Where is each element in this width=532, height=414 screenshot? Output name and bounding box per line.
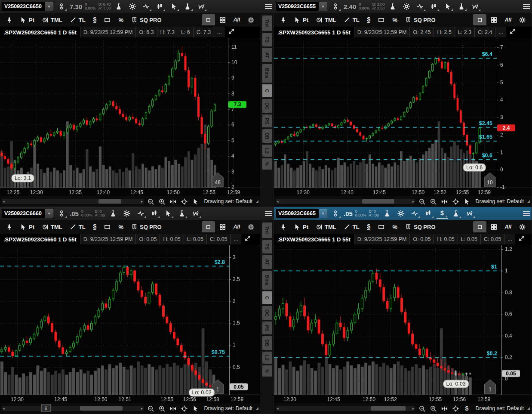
price-level-tool-button[interactable]: $	[90, 221, 100, 232]
timeline-tool-button[interactable]: TML	[313, 14, 340, 25]
chart-style-candles-icon[interactable]	[149, 208, 160, 219]
pin-button[interactable]	[3, 14, 16, 25]
tab-ts[interactable]: TS	[262, 33, 272, 46]
horizontal-expand-icon[interactable]	[440, 197, 449, 206]
corner-resize-handle[interactable]	[527, 200, 530, 203]
chart-scrollbar[interactable]: ◂▸⊼	[2, 406, 144, 411]
horizontal-expand-icon[interactable]	[169, 404, 177, 413]
tab-ts[interactable]: TS	[262, 240, 272, 253]
link-icon[interactable]	[56, 208, 67, 219]
drawing-set-label[interactable]: Drawing set: Default	[475, 405, 524, 411]
zoom-out-icon[interactable]	[418, 197, 426, 206]
all-button[interactable]: All	[501, 14, 515, 25]
tab-btns[interactable]: Btns	[262, 271, 272, 290]
trendline-tool-button[interactable]: TL	[341, 14, 363, 25]
zoom-out-icon[interactable]	[146, 404, 155, 413]
symbol-dropdown-button[interactable]: ▾	[45, 209, 53, 218]
analyze-flask-icon[interactable]	[113, 1, 124, 12]
tab-oc[interactable]: OC	[262, 99, 272, 113]
single-chart-button[interactable]	[473, 221, 486, 232]
drawings-flask-icon[interactable]	[176, 208, 188, 219]
grid-layout-button[interactable]	[216, 221, 229, 232]
cursor-mode-icon[interactable]	[191, 197, 200, 206]
percent-tool-button[interactable]: %	[115, 14, 127, 25]
single-chart-button[interactable]	[202, 14, 215, 25]
cursor-mode-icon[interactable]	[462, 197, 471, 206]
pointer-tool-button[interactable]: Pt	[17, 14, 38, 25]
toolbar-gear-button[interactable]	[516, 14, 529, 25]
rectangle-tool-button[interactable]	[101, 14, 114, 25]
tab-c[interactable]: C	[262, 291, 272, 304]
analyze-flask-icon[interactable]	[108, 208, 119, 219]
dollar-tool-icon[interactable]: $	[437, 208, 448, 219]
analyze-flask-icon[interactable]	[387, 1, 398, 12]
pointer-tool-button[interactable]: Pt	[291, 221, 312, 232]
rectangle-tool-button[interactable]	[101, 221, 114, 232]
pattern-w-icon[interactable]	[470, 1, 481, 12]
zoom-out-icon[interactable]	[418, 404, 426, 413]
grid-layout-button[interactable]	[216, 14, 229, 25]
pattern-w-icon[interactable]	[196, 1, 207, 12]
zoom-in-icon[interactable]	[429, 404, 437, 413]
auto-scale-icon[interactable]	[518, 235, 526, 244]
panel-menu-icon[interactable]	[265, 4, 272, 9]
rectangle-tool-button[interactable]	[375, 14, 388, 25]
chart-scrollbar[interactable]: ◂▸	[276, 199, 415, 204]
symbol-dropdown-button[interactable]: ▾	[319, 2, 327, 11]
symbol-dropdown-button[interactable]: ▾	[319, 209, 327, 218]
tab-oc[interactable]: OC	[262, 306, 272, 320]
toolbar-gear-button[interactable]	[244, 221, 258, 232]
symbol-input[interactable]	[276, 2, 319, 11]
more-box[interactable]: ...	[504, 234, 515, 244]
rectangle-tool-button[interactable]	[375, 221, 388, 232]
cursor-tool-icon[interactable]	[163, 208, 174, 219]
all-button[interactable]: All	[230, 14, 243, 25]
percent-tool-button[interactable]: %	[389, 221, 401, 232]
toolbar-gear-button[interactable]	[516, 221, 529, 232]
price-level-tool-button[interactable]: $	[364, 14, 374, 25]
sqpro-button[interactable]: SQ PRO	[128, 221, 165, 232]
tab-at[interactable]: AT	[262, 48, 272, 62]
sqpro-button[interactable]: SQ PRO	[128, 14, 165, 25]
all-button[interactable]: All	[501, 221, 515, 232]
corner-resize-handle[interactable]	[527, 407, 530, 410]
tab-at[interactable]: AT	[262, 255, 272, 269]
tab-db[interactable]: DB	[262, 336, 272, 350]
tab-ps[interactable]: PS	[262, 114, 272, 127]
panel-menu-icon[interactable]	[523, 211, 530, 216]
grid-layout-button[interactable]	[487, 14, 501, 25]
studies-wave-icon[interactable]	[415, 1, 426, 12]
chart-scrollbar[interactable]: ◂▸	[2, 199, 144, 204]
chart-area[interactable]	[274, 245, 532, 403]
link-icon[interactable]	[330, 1, 341, 12]
pin-button[interactable]	[3, 221, 16, 232]
more-box[interactable]: ...	[495, 27, 506, 37]
tab-l2[interactable]: L2	[262, 352, 272, 364]
auto-scale-icon[interactable]	[228, 28, 235, 37]
more-box[interactable]: ...	[230, 234, 241, 244]
price-level-tool-button[interactable]: $	[364, 221, 374, 232]
panel-menu-icon[interactable]	[265, 211, 272, 216]
single-chart-button[interactable]	[202, 221, 215, 232]
analyze-flask-icon[interactable]	[381, 208, 393, 219]
chart-area[interactable]	[0, 245, 260, 403]
corner-resize-handle[interactable]	[256, 407, 258, 410]
settings-gear-icon[interactable]	[401, 1, 412, 12]
percent-tool-button[interactable]: %	[389, 14, 401, 25]
trendline-tool-button[interactable]: TL	[341, 221, 363, 232]
auto-scale-icon[interactable]	[244, 235, 252, 244]
symbol-dropdown-button[interactable]: ▾	[45, 2, 53, 11]
pin-button[interactable]	[277, 221, 290, 232]
trendline-tool-button[interactable]: TL	[67, 221, 89, 232]
all-button[interactable]: All	[230, 221, 243, 232]
crosshair-icon[interactable]	[451, 197, 460, 206]
zoom-in-icon[interactable]	[157, 197, 166, 206]
chart-style-candles-icon[interactable]	[154, 1, 166, 12]
chart-scrollbar[interactable]: ◂▸	[276, 406, 415, 411]
link-icon[interactable]	[56, 1, 67, 12]
tab-c[interactable]: C	[262, 84, 272, 97]
more-box[interactable]: ...	[214, 27, 224, 37]
studies-wave-icon[interactable]	[141, 1, 152, 12]
percent-tool-button[interactable]: %	[115, 221, 127, 232]
tab-n[interactable]: N	[262, 365, 272, 377]
